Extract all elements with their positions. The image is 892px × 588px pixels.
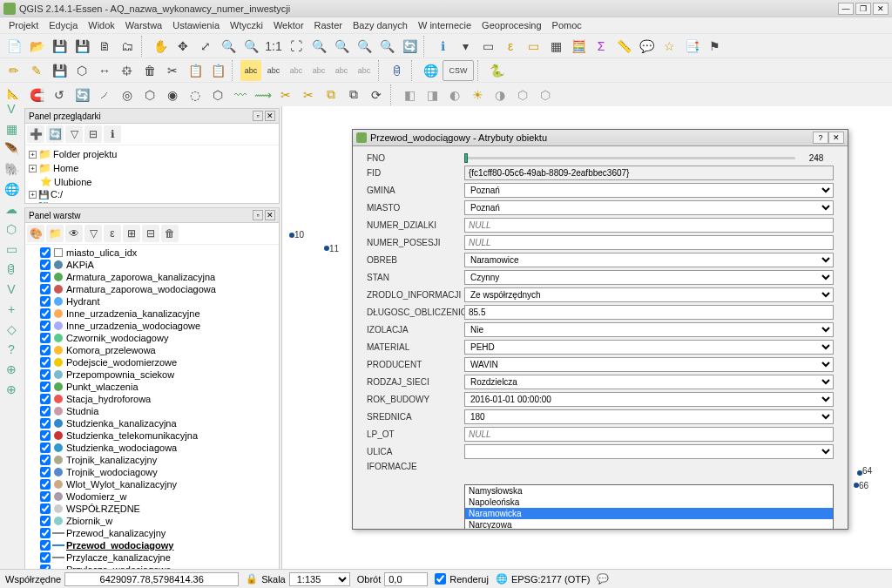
layer-item[interactable]: Podejscie_wodomierzowe xyxy=(27,356,277,368)
ulica-option[interactable]: Napoleońska xyxy=(465,497,833,508)
miasto-select[interactable]: Poznań xyxy=(464,200,834,215)
open-project-icon[interactable]: 📂 xyxy=(26,36,47,57)
layer-item[interactable]: Punkt_wlaczenia xyxy=(27,381,277,393)
close-button[interactable]: ✕ xyxy=(873,3,889,15)
map-canvas[interactable]: 10 11 64 66 Przewod_wodociągowy - Atrybu… xyxy=(282,106,892,588)
browser-refresh-icon[interactable]: 🔄 xyxy=(46,125,64,143)
new-shp-icon[interactable]: + xyxy=(2,300,21,319)
zoom-full-icon[interactable]: ⛶ xyxy=(286,36,307,57)
add-csv-icon[interactable]: ▭ xyxy=(2,240,21,259)
ulica-option[interactable]: Narcyzowa xyxy=(465,519,833,529)
gps-icon[interactable]: ⊕ xyxy=(2,360,21,379)
browser-item[interactable]: +💾D:/ xyxy=(27,200,277,203)
label-abc5-icon[interactable]: abc xyxy=(331,60,352,81)
material-select[interactable]: PEHD xyxy=(464,340,834,355)
add-feature-icon[interactable]: ⬡ xyxy=(71,60,92,81)
scale-select[interactable]: 1:135 xyxy=(289,572,350,586)
browser-panel-float-icon[interactable]: ▫ xyxy=(253,111,263,121)
zoom-last-icon[interactable]: 🔍 xyxy=(354,36,375,57)
add-oracle-icon[interactable]: 🛢 xyxy=(2,260,21,279)
merge-attr-icon[interactable]: ⧉ xyxy=(343,84,364,105)
identify-icon[interactable]: ℹ xyxy=(432,36,453,57)
csw-button[interactable]: CSW xyxy=(443,60,474,81)
menu-w internecie[interactable]: W internecie xyxy=(415,20,475,30)
layer-collapse-icon[interactable]: ⊟ xyxy=(142,225,159,242)
layer-item[interactable]: Przewod_kanalizacyjny xyxy=(27,527,277,539)
add-postgis-icon[interactable]: 🐘 xyxy=(2,159,21,179)
field-calc-icon[interactable]: 🧮 xyxy=(568,36,589,57)
menu-raster[interactable]: Raster xyxy=(311,20,346,30)
zoom-selection-icon[interactable]: 🔍 xyxy=(308,36,329,57)
ulica-select[interactable] xyxy=(464,444,834,459)
menu-geoprocesing[interactable]: Geoprocesing xyxy=(478,20,545,30)
rodzaj-select[interactable]: Rozdzielcza xyxy=(464,375,834,389)
scale-lock-icon[interactable]: 🔒 xyxy=(246,573,258,585)
measure-icon[interactable]: 📏 xyxy=(613,36,634,57)
menu-projekt[interactable]: Projekt xyxy=(5,20,42,30)
browser-item[interactable]: +📁Folder projektu xyxy=(27,147,277,161)
composer-manager-icon[interactable]: 🗂 xyxy=(117,36,138,57)
srednica-select[interactable]: 180 xyxy=(464,409,834,424)
browser-panel-close-icon[interactable]: ✕ xyxy=(265,111,275,121)
browser-filter-icon[interactable]: ▽ xyxy=(65,125,83,143)
globe-icon[interactable]: 🌐 xyxy=(420,60,441,81)
layer-item[interactable]: Wlot_Wylot_kanalizacyjny xyxy=(27,478,277,490)
izolacja-select[interactable]: Nie xyxy=(464,322,834,337)
raster5-icon[interactable]: ◑ xyxy=(490,84,510,105)
python-icon[interactable]: 🐍 xyxy=(486,60,507,81)
add-part-icon[interactable]: ⬡ xyxy=(139,84,160,105)
add-wms-icon[interactable]: 🌐 xyxy=(2,179,21,199)
zoom-in-icon[interactable]: 🔍 xyxy=(218,36,239,57)
menu-edycja[interactable]: Edycja xyxy=(45,20,81,30)
raster1-icon[interactable]: ◧ xyxy=(399,84,420,105)
layer-style-icon[interactable]: 🎨 xyxy=(27,225,44,242)
layer-item[interactable]: Przewod_wodociagowy xyxy=(27,539,277,551)
stan-select[interactable]: Czynny xyxy=(464,270,834,285)
select-expr-icon[interactable]: ε xyxy=(500,36,521,57)
move-feature-icon[interactable]: ↔ xyxy=(94,60,115,81)
merge-icon[interactable]: ⧉ xyxy=(321,84,341,105)
layer-item[interactable]: Trojnik_wodociagowy xyxy=(27,466,277,478)
hand-icon[interactable]: ✋ xyxy=(150,36,171,57)
layer-item[interactable]: miasto_ulica_idx xyxy=(27,247,277,259)
lp-ot-input[interactable] xyxy=(464,427,834,442)
bookmark-new-icon[interactable]: ☆ xyxy=(659,36,679,57)
menu-wtyczki[interactable]: Wtyczki xyxy=(226,20,267,30)
select-icon[interactable]: ▭ xyxy=(477,36,498,57)
rot-input[interactable] xyxy=(384,572,428,586)
save-as-icon[interactable]: 💾 xyxy=(71,36,92,57)
render-checkbox[interactable] xyxy=(435,573,446,585)
ulica-option[interactable]: Namysłowska xyxy=(465,485,833,497)
split-parts-icon[interactable]: ✂ xyxy=(298,84,319,105)
trace-icon[interactable]: ↺ xyxy=(49,84,70,105)
layer-filter-icon[interactable]: ▽ xyxy=(84,225,102,242)
browser-item[interactable]: +💾C:/ xyxy=(27,188,277,200)
save-icon[interactable]: 💾 xyxy=(49,36,70,57)
raster6-icon[interactable]: ⬡ xyxy=(512,84,533,105)
edit-pencil-icon[interactable]: ✎ xyxy=(26,60,47,81)
layer-item[interactable]: Inne_urzadzenia_wodociagowe xyxy=(27,320,277,332)
layer-group-icon[interactable]: 📁 xyxy=(46,225,64,242)
layer-remove-icon[interactable]: 🗑 xyxy=(161,225,179,242)
zoom-native-icon[interactable]: 1:1 xyxy=(263,36,284,57)
dialog-close-button[interactable]: ✕ xyxy=(828,132,844,144)
layer-item[interactable]: Studnia xyxy=(27,405,277,417)
layer-item[interactable]: Wodomierz_w xyxy=(27,490,277,503)
layer-expand-icon[interactable]: ⊞ xyxy=(123,225,140,242)
split-icon[interactable]: ✂ xyxy=(275,84,296,105)
reshape-icon[interactable]: 〰 xyxy=(230,84,251,105)
add-raster-icon[interactable]: ▦ xyxy=(2,119,21,139)
layer-item[interactable]: AKPiA xyxy=(27,259,277,271)
deselect-icon[interactable]: ▭ xyxy=(523,36,544,57)
numer-dzialki-input[interactable] xyxy=(464,218,834,233)
layer-expr-icon[interactable]: ε xyxy=(104,225,121,242)
toolbox-icon[interactable]: ⚑ xyxy=(704,36,725,57)
menu-wektor[interactable]: Wektor xyxy=(270,20,307,30)
dialog-help-button[interactable]: ? xyxy=(813,132,828,144)
delete-feature-icon[interactable]: 🗑 xyxy=(139,60,160,81)
layer-item[interactable]: Komora_przelewowa xyxy=(27,344,277,356)
layer-item[interactable]: Zbiornik_w xyxy=(27,515,277,527)
layer-item[interactable]: Armatura_zaporowa_wodociagowa xyxy=(27,283,277,295)
new-memory-icon[interactable]: ? xyxy=(2,340,21,359)
rok-select[interactable]: 2016-01-01 00:00:00 xyxy=(464,392,834,407)
